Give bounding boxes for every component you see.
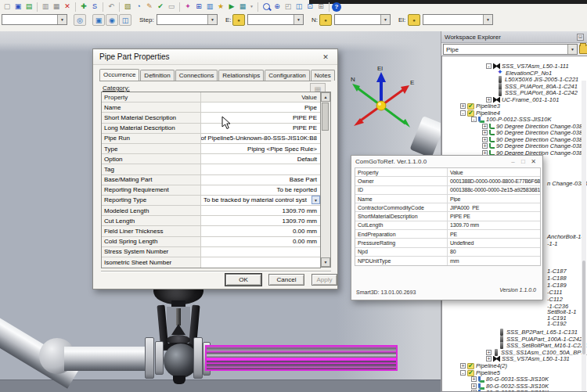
pinpoint-button[interactable]: ◎ (74, 14, 86, 26)
elevation-combo[interactable]: ▼ (423, 14, 493, 25)
copy-icon[interactable]: ▥ (40, 2, 51, 12)
pipe-flange-3d[interactable] (193, 337, 203, 379)
property-value[interactable]: PIPE PE (201, 113, 320, 122)
eraser-icon[interactable]: ▭ (166, 2, 177, 12)
cancel-button[interactable]: Cancel (268, 274, 304, 286)
scroll-down-icon[interactable]: ▼ (321, 257, 330, 267)
workspace-explorer-header[interactable]: Workspace Explorer ⊡ (441, 31, 587, 43)
zoom-area-icon[interactable]: ◰ (283, 2, 294, 12)
property-value[interactable]: 1309.70 mm (201, 216, 320, 225)
property-value[interactable]: of Pipeline5-Unknown-80-SSS-JIS10K:B8 (201, 134, 320, 143)
table-dropdown-icon[interactable]: ▼ (248, 2, 255, 12)
property-value[interactable] (201, 257, 320, 268)
expander-icon[interactable]: + (486, 356, 492, 361)
scroll-up-icon[interactable]: ▲ (321, 92, 330, 102)
tree-item-partial[interactable]: 1-C187 (547, 268, 567, 275)
angle-button[interactable]: ◉ (106, 14, 118, 26)
snap-grid-icon[interactable]: ▧ (122, 2, 133, 12)
tree-item[interactable]: +SSS_VS7Asm_L50-1-131 (486, 355, 570, 362)
step-combo[interactable]: ▼ (157, 14, 218, 25)
panel-menu-icon[interactable]: ⊡ (577, 34, 584, 41)
chevron-down-icon[interactable]: ▼ (294, 15, 303, 24)
tree-item[interactable]: SSS_BP2Part_L65-1-C131 (499, 329, 578, 336)
tab-notes[interactable]: Notes (311, 70, 335, 81)
chevron-down-icon[interactable]: ▼ (483, 15, 492, 24)
help-icon[interactable]: ? (332, 2, 341, 12)
tree-item-partial[interactable]: -C112 (547, 296, 563, 303)
expander-icon[interactable]: + (482, 124, 488, 129)
add-icon[interactable]: ✚ (78, 2, 89, 12)
close-icon[interactable]: ✕ (320, 53, 331, 61)
rotate-icon[interactable]: ◔ (133, 2, 144, 12)
north-combo[interactable]: ▼ (334, 14, 391, 25)
tab-configuration[interactable]: Configuration (265, 70, 310, 81)
property-value[interactable]: Piping <Pipe Spec Rule> (201, 144, 320, 153)
expander-icon[interactable]: + (482, 130, 488, 135)
tree-item[interactable]: +80-G-0031-SSS-JIS10K (471, 376, 549, 383)
tree-item[interactable]: -100-P-0012-SSS-JIS10K (471, 116, 551, 123)
expander-icon[interactable]: - (460, 370, 466, 376)
tree-item[interactable]: +Pipeline3 (460, 102, 500, 110)
chevron-down-icon[interactable]: ▼ (57, 15, 67, 24)
selected-pipe-3d[interactable] (205, 345, 398, 371)
select-icon[interactable]: S (89, 2, 100, 12)
expander-icon[interactable]: + (486, 97, 492, 102)
chevron-down-icon[interactable]: ▼ (567, 45, 577, 54)
elevation-lock-button[interactable]: ● (408, 14, 420, 26)
tab-occurrence[interactable]: Occurrence (99, 69, 139, 81)
star-icon[interactable]: ★ (215, 2, 226, 12)
tree-item[interactable]: +90 Degree Direction Change-0382 (482, 129, 585, 136)
check-icon[interactable]: ✔ (155, 2, 166, 12)
expander-icon[interactable]: + (486, 350, 492, 355)
expander-icon[interactable]: + (460, 103, 466, 109)
property-value[interactable]: 0.00 mm (201, 237, 320, 246)
expander-icon[interactable]: - (471, 117, 477, 122)
property-value[interactable]: Pipe (201, 102, 320, 112)
command-combo[interactable]: ▼ (2, 14, 67, 25)
property-value[interactable] (201, 164, 320, 174)
expander-icon[interactable]: - (460, 110, 466, 116)
tree-item-partial[interactable]: 1-C189 (547, 282, 567, 289)
filter-combo[interactable]: Pipe ▼ (443, 44, 578, 55)
pan-icon[interactable]: ⊕ (272, 2, 283, 12)
tree-item[interactable]: L50X50X6 JIS-2005-1-C221 (497, 76, 578, 83)
expander-icon[interactable]: + (482, 143, 488, 149)
tab-definition[interactable]: Definition (140, 70, 174, 81)
east-combo[interactable]: ▼ (247, 14, 304, 25)
ok-button[interactable]: OK (225, 274, 261, 286)
tree-item[interactable]: +90 Degree Direction Change-0384 (482, 142, 585, 149)
property-value[interactable]: To be tracked by material control syst (201, 196, 310, 205)
expander-icon[interactable]: + (482, 137, 488, 142)
property-value[interactable]: Default (201, 154, 320, 164)
scrollbar-thumb[interactable] (582, 261, 585, 354)
scrollbar-thumb[interactable] (322, 102, 329, 131)
property-value[interactable]: Base Part (201, 175, 320, 185)
zoom-icon[interactable] (261, 2, 272, 12)
tree-scrollbar[interactable] (582, 81, 586, 392)
tree-item[interactable]: +Pipeline4(2) (460, 362, 507, 369)
open-folder-icon[interactable] (579, 45, 587, 54)
property-value[interactable] (201, 247, 320, 257)
horizontal-pipe-3d[interactable] (64, 347, 147, 371)
expander-icon[interactable]: + (471, 383, 477, 389)
format-icon[interactable]: ✦ (182, 2, 193, 12)
tree-item[interactable]: SSS_SetBoltPart_M16-1-C221 (499, 342, 587, 349)
expander-icon[interactable]: - (486, 63, 492, 69)
delete-icon[interactable]: ✕ (62, 2, 73, 12)
maximize-button[interactable]: □ (518, 158, 528, 165)
paste-icon[interactable]: ▦ (51, 2, 62, 12)
tab-connections[interactable]: Connections (175, 70, 218, 81)
dialog-titlebar[interactable]: Pipe Part Properties ✕ (93, 49, 337, 65)
window-icon[interactable]: ◫ (294, 2, 304, 12)
comgotoref-titlebar[interactable]: ComGoToRef. Ver.1.1.0.0 – □ ✕ (351, 156, 542, 167)
position-button[interactable]: ▣ (92, 14, 105, 26)
view-icon[interactable]: ⊡ (304, 2, 315, 12)
expander-icon[interactable]: + (471, 376, 477, 382)
tree-item-partial[interactable]: 1-C192 (547, 320, 567, 327)
table-scrollbar[interactable]: ▲ ▼ (321, 92, 331, 268)
notebook-icon[interactable]: ▤ (23, 2, 34, 12)
property-value[interactable]: 0.00 mm (201, 226, 320, 236)
plane-button[interactable]: ◫ (119, 14, 131, 26)
close-button[interactable]: ✕ (528, 158, 538, 165)
tree-item[interactable]: SSS_PUAPort_80A-1-C242 (497, 89, 578, 96)
